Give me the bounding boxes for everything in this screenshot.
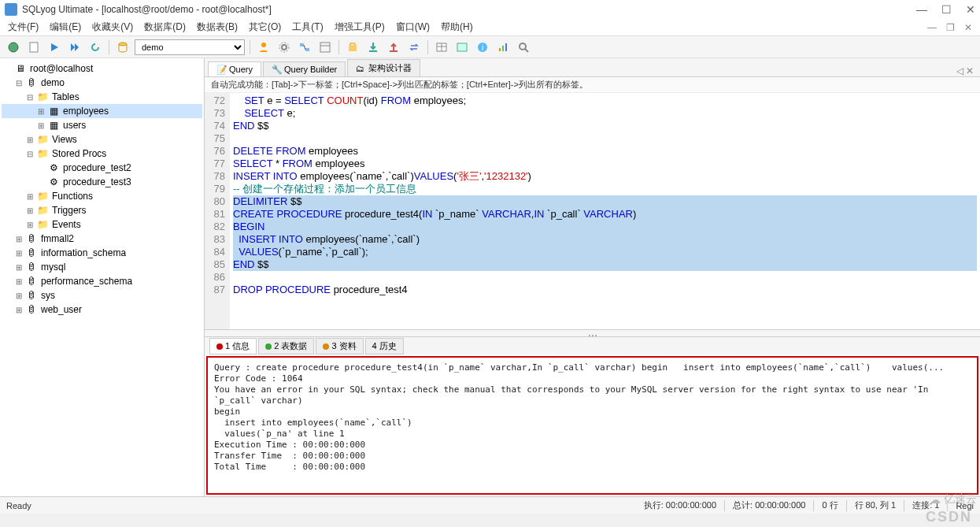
- execute-button[interactable]: [46, 39, 63, 56]
- status-ready: Ready: [6, 501, 31, 510]
- tree-label: demo: [41, 77, 65, 88]
- refresh-button[interactable]: [87, 39, 104, 56]
- tree-label: Triggers: [52, 205, 87, 216]
- backup-button[interactable]: [344, 39, 361, 56]
- rtab-history[interactable]: 4 历史: [365, 338, 404, 354]
- tree-db-demo[interactable]: ⊟🛢demo: [2, 76, 202, 90]
- titlebar: SQLyog Ultimate - [localhost@root/demo -…: [0, 0, 980, 19]
- tab-schema-designer[interactable]: 🗂架构设计器: [347, 59, 420, 76]
- rtab-tabledata[interactable]: 2 表数据: [258, 338, 314, 354]
- tree-folder-views[interactable]: ⊞📁Views: [2, 132, 202, 147]
- menu-window[interactable]: 窗口(W): [393, 19, 433, 35]
- tab-query-builder[interactable]: 🔧Query Builder: [263, 61, 346, 76]
- db-icon: [114, 39, 131, 56]
- mdi-restore-button[interactable]: ❐: [943, 20, 958, 35]
- close-button[interactable]: ✕: [966, 3, 975, 16]
- splitter[interactable]: ⋯: [205, 329, 980, 337]
- tree-folder-tables[interactable]: ⊟📁Tables: [2, 90, 202, 104]
- svg-point-8: [279, 43, 289, 52]
- menu-fav[interactable]: 收藏夹(V): [89, 19, 136, 35]
- tree-folder-storedprocs[interactable]: ⊟📁Stored Procs: [2, 147, 202, 161]
- user-button[interactable]: [255, 39, 272, 56]
- export-button[interactable]: [385, 39, 402, 56]
- tree-connection[interactable]: 🖥root@localhost: [2, 61, 202, 76]
- folder-icon: 📁: [36, 147, 49, 160]
- autocomplete-hint: 自动完成功能：[Tab]->下一标签；[Ctrl+Space]->列出匹配的标签…: [205, 77, 980, 93]
- tree-label: root@localhost: [30, 63, 93, 74]
- tab-label: 架构设计器: [368, 62, 412, 74]
- line-gutter: 72737475767778798081828384858687: [205, 93, 230, 329]
- toolbar: demo i: [0, 36, 980, 58]
- tree-db-sys[interactable]: ⊞🛢sys: [2, 288, 202, 302]
- info-button[interactable]: i: [474, 39, 491, 56]
- new-connection-button[interactable]: [5, 39, 22, 56]
- gear-button[interactable]: [276, 39, 293, 56]
- dot-icon: [265, 343, 272, 350]
- table-button[interactable]: [433, 39, 450, 56]
- svg-rect-12: [320, 43, 330, 52]
- result-panel[interactable]: Query : create procedure procedure_test4…: [206, 356, 978, 495]
- tree-db-web-user[interactable]: ⊞🛢web_user: [2, 302, 202, 317]
- minimize-button[interactable]: —: [916, 3, 927, 16]
- tab-label: 4 历史: [372, 340, 397, 352]
- svg-rect-14: [349, 45, 357, 51]
- query-builder-button[interactable]: [296, 39, 313, 56]
- dot-icon: [323, 343, 329, 350]
- maximize-button[interactable]: ☐: [941, 3, 952, 16]
- tree-label: employees: [63, 106, 109, 117]
- folder-icon: 📁: [36, 91, 49, 103]
- code-area[interactable]: SET e = SELECT COUNT(id) FROM employees;…: [230, 93, 980, 329]
- tree-label: sys: [41, 290, 55, 301]
- chart-button[interactable]: [494, 39, 512, 56]
- execute-all-button[interactable]: [66, 39, 83, 56]
- svg-point-26: [520, 43, 526, 50]
- statusbar: Ready 执行: 00:00:00:000 总计: 00:00:00:000 …: [0, 496, 980, 514]
- menu-powertools[interactable]: 增强工具(P): [331, 19, 388, 35]
- rtab-resources[interactable]: 3 资料: [316, 338, 363, 354]
- mdi-close-button[interactable]: ✕: [961, 20, 975, 35]
- toolbar-separator: [250, 40, 250, 54]
- menu-tools[interactable]: 工具(T): [289, 19, 326, 35]
- svg-line-11: [304, 45, 305, 50]
- tree-folder-triggers[interactable]: ⊞📁Triggers: [2, 203, 202, 217]
- svg-rect-9: [300, 43, 304, 46]
- mdi-minimize-button[interactable]: —: [924, 20, 940, 35]
- new-query-button[interactable]: [25, 39, 43, 56]
- tab-query[interactable]: 📝Query: [208, 61, 261, 76]
- database-select[interactable]: demo: [135, 39, 245, 55]
- menu-edit[interactable]: 编辑(E): [46, 19, 84, 35]
- menu-table[interactable]: 数据表(B): [194, 19, 241, 35]
- find-button[interactable]: [515, 39, 532, 56]
- schema-designer-button[interactable]: [316, 39, 334, 56]
- object-browser[interactable]: 🖥root@localhost ⊟🛢demo ⊟📁Tables ⊞▦employ…: [0, 58, 205, 496]
- tree-db-information-schema[interactable]: ⊞🛢information_schema: [2, 246, 202, 260]
- tree-table-users[interactable]: ⊞▦users: [2, 118, 202, 132]
- sql-editor[interactable]: 72737475767778798081828384858687 SET e =…: [205, 93, 980, 329]
- tab-label: 3 资料: [331, 340, 356, 352]
- toolbar-separator: [427, 40, 428, 54]
- import-button[interactable]: [364, 39, 382, 56]
- menu-other[interactable]: 其它(O): [246, 19, 284, 35]
- tree-proc-test2[interactable]: ⚙procedure_test2: [2, 161, 202, 175]
- tree-label: performance_schema: [41, 276, 132, 287]
- svg-line-27: [525, 49, 528, 52]
- tree-proc-test3[interactable]: ⚙procedure_test3: [2, 175, 202, 189]
- tree-folder-events[interactable]: ⊞📁Events: [2, 217, 202, 232]
- menu-database[interactable]: 数据库(D): [141, 19, 189, 35]
- tree-folder-functions[interactable]: ⊞📁Functions: [2, 189, 202, 203]
- toolbar-separator: [338, 40, 339, 54]
- tab-close-button[interactable]: ◁ ✕: [950, 65, 980, 76]
- rtab-info[interactable]: 1 信息: [209, 338, 257, 354]
- tree-db-performance-schema[interactable]: ⊞🛢performance_schema: [2, 274, 202, 288]
- tab-label: Query Builder: [284, 65, 337, 74]
- svg-marker-4: [75, 43, 79, 51]
- data-button[interactable]: [453, 39, 471, 56]
- menu-file[interactable]: 文件(F): [5, 19, 42, 35]
- tree-db-fmmall2[interactable]: ⊞🛢fmmall2: [2, 232, 202, 246]
- sync-button[interactable]: [405, 39, 423, 56]
- status-total: 总计: 00:00:00:000: [733, 499, 805, 511]
- menu-help[interactable]: 帮助(H): [438, 19, 476, 35]
- tree-db-mysql[interactable]: ⊞🛢mysql: [2, 260, 202, 274]
- tree-table-employees[interactable]: ⊞▦employees: [2, 104, 202, 118]
- brand-watermark: ☁亿速云: [930, 492, 977, 507]
